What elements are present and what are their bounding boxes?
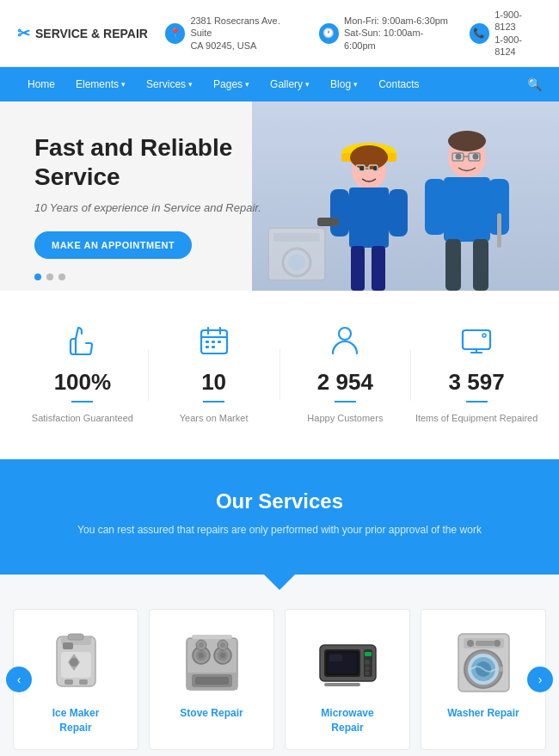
clock-icon: 🕐 <box>319 23 339 44</box>
svg-rect-5 <box>330 189 349 237</box>
carousel-dot-3[interactable] <box>58 274 65 280</box>
svg-rect-18 <box>425 179 445 235</box>
stat-divider <box>203 401 224 403</box>
stat-divider <box>71 401 93 403</box>
stat-label-equipment: Items of Equipment Repaired <box>415 413 538 423</box>
hero-content: Fast and Reliable Service 10 Years of ex… <box>34 133 310 259</box>
phone-line1: 1-900-8123 <box>494 9 542 34</box>
services-title: Our Services <box>17 489 542 513</box>
service-label-stove: Stove Repair <box>180 706 243 721</box>
svg-rect-7 <box>317 218 339 226</box>
stove-image <box>177 627 246 696</box>
svg-point-67 <box>220 642 225 648</box>
ice-maker-image <box>41 627 110 696</box>
svg-rect-52 <box>64 679 73 685</box>
nav-contacts[interactable]: Contacts <box>368 67 429 101</box>
stove-icon <box>180 630 244 694</box>
svg-point-76 <box>365 671 369 675</box>
calendar-icon <box>149 325 280 362</box>
chevron-down-icon: ▾ <box>121 80 126 89</box>
stat-equipment: 3 597 Items of Equipment Repaired <box>411 325 542 425</box>
location-icon: 📍 <box>165 23 185 44</box>
svg-point-51 <box>70 658 78 667</box>
svg-rect-79 <box>324 683 360 686</box>
svg-point-41 <box>339 328 351 340</box>
service-label-ice-maker: Ice MakerRepair <box>52 706 100 735</box>
svg-rect-49 <box>68 634 83 640</box>
ice-maker-icon <box>44 630 108 694</box>
stat-divider <box>466 401 488 403</box>
carousel-prev-button[interactable]: ‹ <box>6 667 32 692</box>
svg-rect-21 <box>445 239 461 291</box>
svg-point-60 <box>199 653 204 658</box>
svg-rect-4 <box>349 187 389 248</box>
svg-point-75 <box>365 666 369 670</box>
hours-line1: Mon-Fri: 9:00am-6:30pm <box>344 15 452 27</box>
svg-rect-8 <box>351 246 365 291</box>
nav-services[interactable]: Services ▾ <box>136 67 203 101</box>
stats-section: 100% Satisfaction Guaranteed 10 Years on… <box>0 291 559 459</box>
stat-divider <box>335 401 356 403</box>
svg-point-82 <box>467 640 474 647</box>
service-card-microwave: MicrowaveRepair <box>285 609 410 750</box>
svg-rect-78 <box>329 655 342 661</box>
svg-rect-57 <box>195 677 229 685</box>
svg-rect-68 <box>192 635 232 639</box>
services-subtitle: You can rest assured that repairs are on… <box>17 524 542 536</box>
svg-rect-53 <box>79 679 88 685</box>
service-label-washer: Washer Repair <box>447 706 519 721</box>
svg-rect-39 <box>206 346 209 348</box>
svg-point-16 <box>448 131 486 151</box>
stat-label-years: Years on Market <box>180 413 249 423</box>
carousel-next-button[interactable]: › <box>527 667 553 692</box>
washer-image <box>449 627 518 696</box>
hero-section: Fast and Reliable Service 10 Years of ex… <box>0 101 559 291</box>
logo-text: SERVICE & REPAIR <box>35 27 148 40</box>
svg-point-63 <box>220 653 225 658</box>
hero-carousel-dots <box>34 274 65 280</box>
svg-point-83 <box>494 640 501 647</box>
svg-rect-17 <box>444 177 490 242</box>
nav-home[interactable]: Home <box>17 67 65 101</box>
nav-pages[interactable]: Pages ▾ <box>203 67 260 101</box>
microwave-image <box>313 627 382 696</box>
services-grid: ‹ Ice MakerRepair <box>13 609 546 750</box>
svg-rect-26 <box>469 153 480 161</box>
nav-blog[interactable]: Blog ▾ <box>320 67 368 101</box>
address-line1: 2381 Rosecrans Ave. Suite <box>190 15 301 40</box>
service-label-microwave: MicrowaveRepair <box>321 706 373 735</box>
logo: ✂ SERVICE & REPAIR <box>17 24 148 43</box>
services-grid-wrap: ‹ Ice MakerRepair <box>0 575 559 756</box>
svg-rect-25 <box>452 153 464 161</box>
carousel-dot-1[interactable] <box>34 274 41 280</box>
logo-icon: ✂ <box>17 24 30 43</box>
chevron-down-icon: ▾ <box>188 80 193 89</box>
hero-subtitle: 10 Years of experience in Service and Re… <box>34 201 310 214</box>
make-appointment-button[interactable]: MAKE AN APPOINTMENT <box>34 231 192 259</box>
search-icon[interactable]: 🔍 <box>527 77 542 91</box>
microwave-icon <box>316 630 380 694</box>
contact-address: 📍 2381 Rosecrans Ave. Suite CA 90245, US… <box>165 9 302 58</box>
address-line2: CA 90245, USA <box>190 40 301 52</box>
washer-icon <box>452 630 516 694</box>
nav-gallery[interactable]: Gallery ▾ <box>260 67 320 101</box>
nav-items: Home Elements ▾ Services ▾ Pages ▾ Galle… <box>17 67 527 101</box>
banner-arrow <box>264 575 295 590</box>
svg-rect-84 <box>476 641 494 646</box>
worker-female-illustration <box>313 127 425 291</box>
phone-line2: 1-900-8124 <box>494 34 542 58</box>
top-bar: ✂ SERVICE & REPAIR 📍 2381 Rosecrans Ave.… <box>0 0 559 67</box>
contact-info: 📍 2381 Rosecrans Ave. Suite CA 90245, US… <box>165 9 542 58</box>
svg-rect-22 <box>473 239 488 291</box>
hours-line2: Sat-Sun: 10:00am-6:00pm <box>344 27 452 52</box>
services-banner: Our Services You can rest assured that r… <box>0 459 559 575</box>
stat-label-customers: Happy Customers <box>307 413 383 423</box>
nav-elements[interactable]: Elements ▾ <box>65 67 136 101</box>
stat-number-years: 10 <box>149 369 280 396</box>
stat-number-customers: 2 954 <box>280 369 411 396</box>
stat-customers: 2 954 Happy Customers <box>280 325 411 425</box>
chevron-down-icon: ▾ <box>305 80 310 89</box>
carousel-dot-2[interactable] <box>46 274 53 280</box>
chevron-down-icon: ▾ <box>353 80 358 89</box>
stat-number-equipment: 3 597 <box>411 369 542 396</box>
